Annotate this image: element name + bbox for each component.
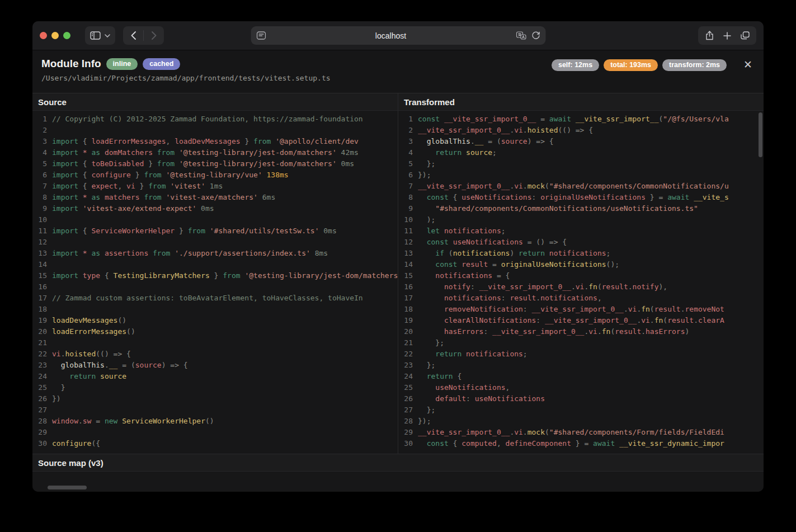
code-line: 29__vite_ssr_import_0__.vi.mock("#shared… [398, 427, 764, 438]
code-line: 19 clearAllNotifications: __vite_ssr_imp… [398, 315, 764, 326]
code-line: 22vi.hoisted(() => { [32, 349, 398, 360]
line-number: 23 [32, 360, 47, 371]
share-button[interactable] [700, 26, 718, 45]
line-number: 11 [32, 225, 47, 237]
share-icon [705, 31, 714, 40]
line-number: 14 [32, 259, 47, 270]
tab-overview-icon [741, 31, 750, 40]
line-number: 30 [32, 438, 47, 449]
code-line: 30 const { computed, defineComponent } =… [398, 438, 764, 449]
code-line: 2__vite_ssr_import_0__.vi.hoisted(() => … [398, 125, 764, 136]
line-number: 24 [32, 371, 47, 382]
reader-icon[interactable] [256, 31, 266, 40]
code-line: 4 return source; [398, 147, 764, 158]
reload-icon[interactable] [531, 31, 540, 40]
forward-button[interactable] [144, 26, 164, 45]
source-panel-title: Source [32, 93, 398, 111]
line-number: 25 [32, 382, 47, 393]
line-number: 29 [398, 427, 413, 438]
line-number: 14 [398, 259, 413, 270]
url-bar[interactable]: localhost [251, 26, 545, 45]
browser-window: localhost [32, 21, 764, 492]
line-number: 15 [32, 270, 47, 281]
code-line: 23 globalThis.__ = (source) => { [32, 360, 398, 371]
line-number: 9 [398, 203, 413, 214]
line-number: 21 [398, 337, 413, 349]
line-number: 22 [398, 349, 413, 360]
horizontal-scrollbar-thumb[interactable] [48, 486, 87, 489]
module-info-header: Module Info inline cached /Users/vladimi… [32, 50, 764, 93]
line-number: 10 [398, 214, 413, 225]
close-panel-button[interactable]: ✕ [741, 59, 755, 70]
code-line: 14 const result = originalUseNotificatio… [398, 259, 764, 270]
transformed-code: 1const __vite_ssr_import_0__ = await __v… [398, 111, 764, 454]
code-line: 5import { toBeDisabled } from '@testing-… [32, 158, 398, 170]
code-line: 17 notifications: result.notifications, [398, 293, 764, 304]
code-line: 27 }; [398, 404, 764, 416]
line-number: 24 [398, 371, 413, 382]
code-line: 19loadDevMessages() [32, 315, 398, 326]
code-line: 11 let notifications; [398, 225, 764, 237]
line-number: 3 [32, 136, 47, 147]
code-line: 18 [32, 304, 398, 315]
code-line: 5 }; [398, 158, 764, 170]
vertical-scrollbar-thumb[interactable] [759, 112, 762, 157]
minimize-window-button[interactable] [51, 32, 59, 39]
back-icon [131, 31, 136, 40]
timing-badge-transform: transform: 2ms [662, 59, 727, 71]
badge-inline: inline [106, 58, 138, 70]
forward-icon [152, 31, 157, 40]
panel-transformed: Transformed 1const __vite_ssr_import_0__… [398, 93, 764, 454]
new-tab-button[interactable] [718, 26, 736, 45]
line-number: 12 [32, 237, 47, 248]
code-line: 24 return source [32, 371, 398, 382]
code-line: 16 notify: __vite_ssr_import_0__.vi.fn(r… [398, 281, 764, 293]
badge-cached: cached [143, 58, 180, 70]
code-line: 15 notifications = { [398, 270, 764, 281]
source-code: 1// Copyright (C) 2012-2025 Zammad Found… [32, 111, 398, 454]
code-line: 10 [32, 214, 398, 225]
close-window-button[interactable] [40, 32, 47, 39]
line-number: 20 [32, 326, 47, 337]
code-line: 26}) [32, 393, 398, 404]
sourcemap-code: 1 AAMA;AAeA,yBAAG,QAAQ,MAAM;AACf,aAAW,KA… [32, 472, 764, 492]
sidebar-toggle-icon [90, 31, 101, 40]
code-line: 26 default: useNotifications [398, 393, 764, 404]
code-line: 10 ); [398, 214, 764, 225]
line-number: 25 [398, 382, 413, 393]
line-number: 23 [398, 360, 413, 371]
toolbar-right-buttons [698, 26, 756, 45]
sidebar-toggle-button[interactable] [85, 26, 115, 45]
code-line: 9import 'vitest-axe/extend-expect' 0ms [32, 203, 398, 214]
code-line: 4import * as domMatchers from '@testing-… [32, 147, 398, 158]
line-number: 7 [32, 181, 47, 192]
line-number: 28 [32, 416, 47, 427]
code-line: 6import { configure } from '@testing-lib… [32, 170, 398, 181]
code-line: 1const __vite_ssr_import_0__ = await __v… [398, 114, 764, 125]
code-line: 16 [32, 281, 398, 293]
line-number: 8 [398, 192, 413, 203]
code-line: 22 return notifications; [398, 349, 764, 360]
url-text: localhost [266, 31, 516, 40]
line-number: 19 [398, 315, 413, 326]
module-file-path: /Users/vladimir/Projects/zammad/app/fron… [41, 74, 331, 82]
back-button[interactable] [123, 26, 143, 45]
code-panes: Source 1// Copyright (C) 2012-2025 Zamma… [32, 93, 764, 454]
new-tab-icon [723, 32, 731, 40]
code-line: 7import { expect, vi } from 'vitest' 1ms [32, 181, 398, 192]
tab-overview-button[interactable] [736, 26, 754, 45]
line-number: 13 [32, 248, 47, 259]
code-line: 12 const useNotifications = () => { [398, 237, 764, 248]
code-line: 8import * as matchers from 'vitest-axe/m… [32, 192, 398, 203]
nav-buttons [123, 26, 164, 45]
line-number: 30 [398, 438, 413, 449]
code-line: 8 const { useNotifications: originalUseN… [398, 192, 764, 203]
line-number: 9 [32, 203, 47, 214]
line-number: 5 [398, 158, 413, 170]
code-line: 7__vite_ssr_import_0__.vi.mock("#shared/… [398, 181, 764, 192]
line-number: 4 [398, 147, 413, 158]
line-number: 16 [32, 281, 47, 293]
zoom-window-button[interactable] [63, 32, 70, 39]
code-line: 3import { loadErrorMessages, loadDevMess… [32, 136, 398, 147]
translate-icon[interactable] [516, 31, 526, 40]
